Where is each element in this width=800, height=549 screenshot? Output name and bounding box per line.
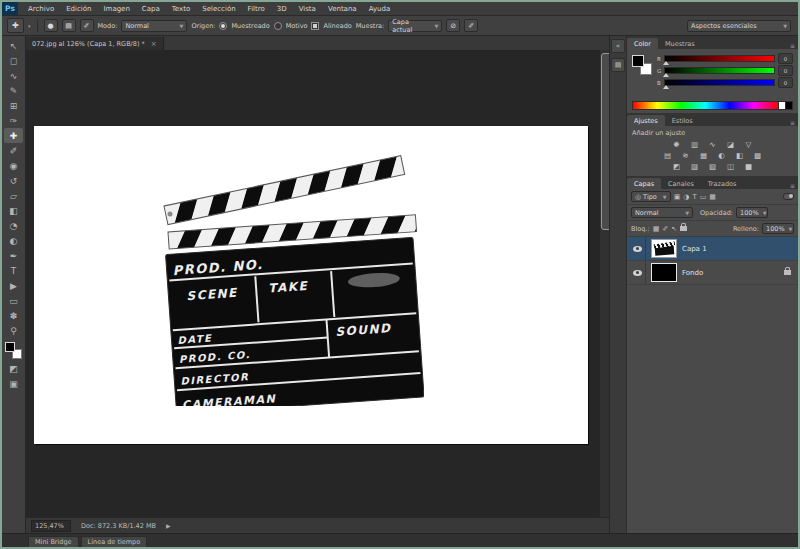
invert-icon[interactable]: ◩: [670, 161, 684, 172]
panel-menu-icon[interactable]: ≡: [790, 42, 795, 49]
tab-trazados[interactable]: Trazados: [701, 178, 744, 189]
lock-position-icon[interactable]: ↖: [671, 225, 677, 233]
close-icon[interactable]: ×: [151, 40, 157, 48]
green-slider[interactable]: [664, 67, 775, 74]
menu-3d[interactable]: 3D: [271, 5, 293, 13]
selective-color-icon[interactable]: ■: [742, 161, 756, 172]
layer-name[interactable]: Fondo: [682, 269, 703, 277]
menu-edicion[interactable]: Edición: [60, 5, 97, 13]
crop-tool[interactable]: ⊞: [4, 98, 23, 113]
foreground-color-swatch[interactable]: [632, 55, 644, 67]
shape-tool[interactable]: ▭: [4, 293, 23, 308]
tab-color[interactable]: Color: [627, 38, 658, 49]
foreground-color-swatch[interactable]: [5, 342, 15, 352]
color-swatches[interactable]: [5, 342, 22, 359]
zoom-level-field[interactable]: 125,47%: [31, 520, 71, 532]
status-options-arrow-icon[interactable]: ▶: [166, 522, 171, 529]
blue-slider[interactable]: [664, 79, 775, 86]
vertical-scrollbar[interactable]: [599, 50, 609, 517]
dodge-tool[interactable]: ◐: [4, 233, 23, 248]
gradient-tool[interactable]: ◧: [4, 203, 23, 218]
layer-row-capa1[interactable]: Capa 1: [627, 237, 798, 261]
color-lookup-icon[interactable]: ▩: [751, 150, 765, 161]
lock-pixels-icon[interactable]: ✐: [662, 225, 668, 233]
lock-all-icon[interactable]: [680, 226, 687, 231]
slider-knob[interactable]: [663, 85, 669, 89]
brush-tool[interactable]: ✐: [4, 143, 23, 158]
clone-stamp-tool[interactable]: ◉: [4, 158, 23, 173]
hue-saturation-icon[interactable]: ▤: [661, 150, 675, 161]
visibility-toggle[interactable]: [630, 237, 646, 260]
black-swatch[interactable]: [786, 101, 793, 110]
red-value[interactable]: 0: [778, 53, 793, 64]
menu-imagen[interactable]: Imagen: [98, 5, 136, 13]
tab-ajustes[interactable]: Ajustes: [627, 115, 665, 126]
white-swatch[interactable]: [779, 101, 786, 110]
opacity-dropdown[interactable]: 100% ▼: [736, 207, 768, 218]
path-selection-tool[interactable]: ▶: [4, 278, 23, 293]
layer-row-fondo[interactable]: Fondo: [627, 261, 798, 285]
layer-name[interactable]: Capa 1: [682, 245, 707, 253]
scrollbar-thumb[interactable]: [601, 53, 609, 230]
pen-tool[interactable]: ✒: [4, 248, 23, 263]
photoshop-logo-icon[interactable]: Ps: [2, 2, 18, 15]
clone-source-toggle-icon[interactable]: ✐: [80, 19, 94, 32]
channel-mixer-icon[interactable]: ◧: [733, 150, 747, 161]
document-tab[interactable]: 072.jpg al 126% (Capa 1, RGB/8) * ×: [26, 37, 164, 50]
healing-brush-tool[interactable]: ✚: [4, 128, 23, 143]
hand-tool[interactable]: ✽: [4, 308, 23, 323]
spectrum-ramp[interactable]: [632, 101, 779, 110]
quick-selection-tool[interactable]: ✎: [4, 83, 23, 98]
curves-icon[interactable]: ∿: [706, 139, 720, 150]
lasso-tool[interactable]: ∿: [4, 68, 23, 83]
panel-menu-icon[interactable]: ≡: [790, 119, 795, 126]
expand-panels-icon[interactable]: «: [611, 39, 625, 53]
sampled-radio[interactable]: [219, 22, 227, 30]
red-slider[interactable]: [664, 55, 775, 62]
panel-color-swatches[interactable]: [632, 55, 652, 75]
menu-ventana[interactable]: Ventana: [322, 5, 363, 13]
green-value[interactable]: 0: [778, 65, 793, 76]
blend-mode-dropdown[interactable]: Normal ▼: [631, 207, 693, 218]
blur-tool[interactable]: ◔: [4, 218, 23, 233]
threshold-icon[interactable]: ▧: [706, 161, 720, 172]
tool-preset-arrow-icon[interactable]: ▾: [28, 23, 31, 29]
menu-capa[interactable]: Capa: [136, 5, 166, 13]
brightness-contrast-icon[interactable]: ✺: [670, 139, 684, 150]
vibrance-icon[interactable]: ▽: [742, 139, 756, 150]
menu-ayuda[interactable]: Ayuda: [363, 5, 397, 13]
ignore-adjustments-icon[interactable]: ⊘: [446, 19, 460, 32]
tab-estilos[interactable]: Estilos: [665, 115, 700, 126]
levels-icon[interactable]: ▥: [688, 139, 702, 150]
history-brush-tool[interactable]: ↺: [4, 173, 23, 188]
pressure-size-icon[interactable]: ✐: [464, 19, 478, 32]
sample-dropdown[interactable]: Capa actual▼: [388, 20, 442, 32]
pattern-radio[interactable]: [274, 22, 282, 30]
photo-filter-icon[interactable]: ◐: [715, 150, 729, 161]
brush-preset-icon[interactable]: ●: [44, 19, 58, 32]
filter-text-icon[interactable]: T: [692, 193, 696, 201]
color-spectrum-bar[interactable]: [632, 101, 793, 110]
mode-dropdown[interactable]: Normal▼: [121, 20, 187, 32]
fill-dropdown[interactable]: 100% ▼: [762, 223, 794, 234]
blue-value[interactable]: 0: [778, 77, 793, 88]
type-tool[interactable]: T: [4, 263, 23, 278]
layer-thumbnail[interactable]: [651, 263, 677, 282]
gradient-map-icon[interactable]: ◫: [724, 161, 738, 172]
posterize-icon[interactable]: ▨: [688, 161, 702, 172]
panel-menu-icon[interactable]: ≡: [790, 182, 795, 189]
clone-source-panel-icon[interactable]: ▤: [611, 58, 625, 72]
slider-knob[interactable]: [663, 73, 669, 77]
visibility-toggle[interactable]: [630, 261, 646, 284]
eyedropper-tool[interactable]: ✑: [4, 113, 23, 128]
aligned-checkbox[interactable]: [311, 22, 319, 30]
marquee-tool[interactable]: ◻: [4, 53, 23, 68]
eraser-tool[interactable]: ▱: [4, 188, 23, 203]
filter-adjustment-icon[interactable]: ◑: [683, 193, 689, 201]
menu-filtro[interactable]: Filtro: [242, 5, 271, 13]
screen-mode-button[interactable]: ▣: [4, 376, 23, 391]
move-tool[interactable]: ↖: [4, 38, 23, 53]
current-tool-icon[interactable]: ✚: [7, 18, 24, 33]
quick-mask-button[interactable]: ◩: [4, 361, 23, 376]
filter-toggle-switch[interactable]: [783, 193, 794, 200]
